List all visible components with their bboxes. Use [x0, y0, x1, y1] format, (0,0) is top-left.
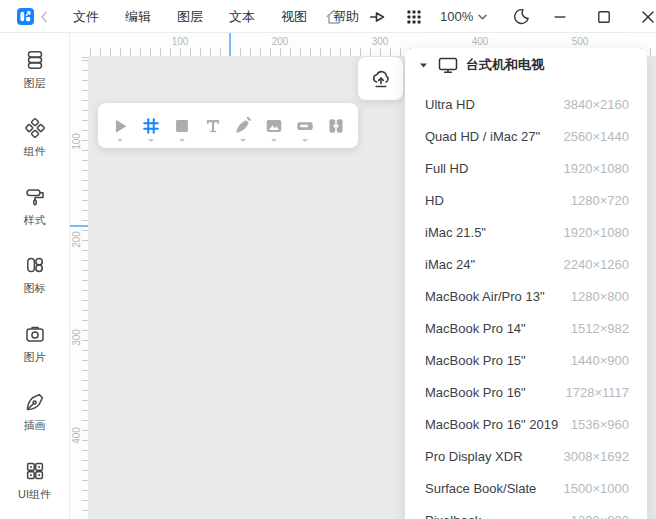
- ui-kit-icon: [23, 459, 47, 483]
- device-resolution: 1500×1000: [564, 481, 629, 496]
- dark-mode-moon-icon[interactable]: [505, 0, 537, 33]
- device-name: Surface Book/Slate: [425, 481, 564, 496]
- device-row[interactable]: Pro Display XDR 3008×1692: [405, 440, 647, 472]
- ruler-label: 200: [71, 224, 82, 256]
- sidebar-item-illustrations[interactable]: 插画: [0, 382, 69, 450]
- window-close-button[interactable]: [631, 0, 656, 33]
- device-resolution: 1440×900: [571, 353, 629, 368]
- device-resolution: 2240×1260: [564, 257, 629, 272]
- ruler-label: 100: [71, 126, 82, 158]
- sidebar-item-images[interactable]: 图片: [0, 314, 69, 382]
- chevron-down-icon[interactable]: [117, 139, 123, 142]
- chevron-down-icon[interactable]: [419, 62, 428, 69]
- ruler-label: 400: [460, 36, 500, 47]
- device-resolution: 1536×960: [571, 417, 629, 432]
- sidebar-item-label: 图层: [24, 76, 46, 91]
- device-row[interactable]: Full HD 1920×1080: [405, 152, 647, 184]
- tool-shape[interactable]: [169, 107, 195, 145]
- device-name: MacBook Air/Pro 13": [425, 289, 571, 304]
- titlebar-controls: 100%: [318, 0, 656, 33]
- device-row[interactable]: MacBook Pro 15" 1440×900: [405, 344, 647, 376]
- device-row[interactable]: MacBook Pro 16" 1728×1117: [405, 376, 647, 408]
- chevron-down-icon[interactable]: [148, 139, 154, 142]
- cursor-position-marker-y: [70, 225, 88, 227]
- device-row[interactable]: MacBook Air/Pro 13" 1280×800: [405, 280, 647, 312]
- device-name: MacBook Pro 14": [425, 321, 571, 336]
- device-name: HD: [425, 193, 571, 208]
- device-row[interactable]: iMac 24" 2240×1260: [405, 248, 647, 280]
- ruler-label: 100: [160, 36, 200, 47]
- device-row[interactable]: HD 1280×720: [405, 184, 647, 216]
- app-window: 100 200 300 400 500 100 200 300 400: [0, 0, 656, 519]
- vertical-ruler: 100 200 300 400: [70, 56, 88, 519]
- tool-pen[interactable]: [230, 107, 256, 145]
- zoom-dropdown[interactable]: 100%: [440, 0, 487, 33]
- ruler-label: 400: [71, 420, 82, 452]
- chevron-down-icon[interactable]: [240, 139, 246, 142]
- layers-icon: [23, 48, 47, 72]
- monitor-icon: [437, 54, 459, 76]
- ruler-label: 200: [260, 36, 300, 47]
- menu-layer[interactable]: 图层: [170, 8, 210, 26]
- device-group-header[interactable]: 台式机和电视: [405, 48, 647, 82]
- tool-component[interactable]: [323, 107, 349, 145]
- sidebar-item-ui-kit[interactable]: UI组件: [0, 451, 69, 519]
- device-row[interactable]: Quad HD / iMac 27" 2560×1440: [405, 120, 647, 152]
- device-name: iMac 21.5": [425, 225, 564, 240]
- cursor-position-marker-x: [229, 33, 231, 56]
- device-name: Pro Display XDR: [425, 449, 564, 464]
- sidebar-item-styles[interactable]: 样式: [0, 177, 69, 245]
- menu-edit[interactable]: 编辑: [118, 8, 158, 26]
- device-resolution: 3840×2160: [564, 97, 629, 112]
- window-maximize-button[interactable]: [587, 0, 621, 33]
- device-resolution: 1200×800: [571, 513, 629, 519]
- ruler-label: 300: [71, 322, 82, 354]
- pen-nib-icon: [23, 390, 47, 414]
- device-resolution: 1728×1117: [565, 385, 629, 400]
- icon-library-icon: [23, 253, 47, 277]
- app-logo[interactable]: [17, 8, 34, 25]
- upload-button[interactable]: [358, 57, 403, 100]
- home-icon[interactable]: [318, 0, 350, 33]
- device-row[interactable]: Surface Book/Slate 1500×1000: [405, 472, 647, 504]
- sidebar-item-layers[interactable]: 图层: [0, 40, 69, 108]
- device-list: Ultra HD 3840×2160 Quad HD / iMac 27" 25…: [405, 88, 647, 519]
- title-bar: 文件 编辑 图层 文本 视图 帮助 100: [0, 0, 656, 33]
- tool-image[interactable]: [261, 107, 287, 145]
- components-icon: [23, 116, 47, 140]
- menu-view[interactable]: 视图: [274, 8, 314, 26]
- plugin-icon[interactable]: [362, 0, 394, 33]
- tool-text[interactable]: [200, 107, 226, 145]
- device-row[interactable]: iMac 21.5" 1920×1080: [405, 216, 647, 248]
- chevron-down-icon[interactable]: [302, 139, 308, 142]
- device-name: iMac 24": [425, 257, 564, 272]
- device-row[interactable]: Pixelbook 1200×800: [405, 504, 647, 519]
- device-presets-panel: 台式机和电视 Ultra HD 3840×2160 Quad HD / iMac…: [405, 48, 647, 519]
- device-row[interactable]: Ultra HD 3840×2160: [405, 88, 647, 120]
- sidebar-item-components[interactable]: 组件: [0, 108, 69, 176]
- tool-move[interactable]: [107, 107, 133, 145]
- chevron-down-icon[interactable]: [179, 139, 185, 142]
- tool-widget[interactable]: [292, 107, 318, 145]
- camera-icon: [23, 322, 47, 346]
- back-chevron-icon[interactable]: [39, 10, 51, 23]
- device-name: Pixelbook: [425, 513, 571, 519]
- menu-file[interactable]: 文件: [66, 8, 106, 26]
- chevron-down-icon[interactable]: [271, 139, 277, 142]
- tool-frame[interactable]: [138, 107, 164, 145]
- device-row[interactable]: MacBook Pro 16" 2019 1536×960: [405, 408, 647, 440]
- device-row[interactable]: MacBook Pro 14" 1512×982: [405, 312, 647, 344]
- sidebar-item-label: 插画: [24, 418, 46, 433]
- vertical-ruler-ticks: [82, 56, 88, 519]
- device-name: Ultra HD: [425, 97, 564, 112]
- device-resolution: 1512×982: [571, 321, 629, 336]
- ruler-label: 300: [360, 36, 400, 47]
- window-minimize-button[interactable]: [543, 0, 577, 33]
- apps-grid-icon[interactable]: [398, 0, 430, 33]
- menu-text[interactable]: 文本: [222, 8, 262, 26]
- device-resolution: 1920×1080: [564, 161, 629, 176]
- sidebar-item-icons[interactable]: 图标: [0, 245, 69, 313]
- sidebar-item-label: 样式: [24, 213, 46, 228]
- paint-roller-icon: [23, 185, 47, 209]
- device-name: Quad HD / iMac 27": [425, 129, 564, 144]
